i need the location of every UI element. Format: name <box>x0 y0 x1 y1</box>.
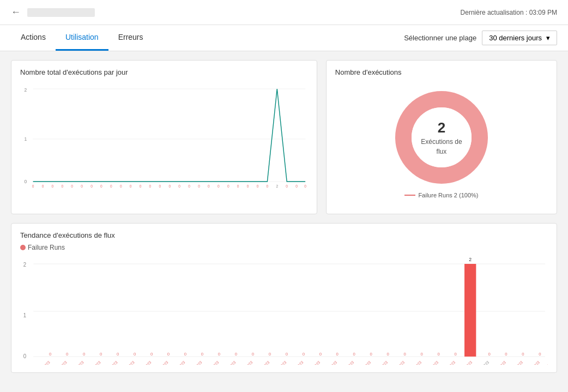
svg-text:0: 0 <box>71 184 73 188</box>
svg-text:0: 0 <box>23 353 27 359</box>
svg-text:0: 0 <box>198 184 200 188</box>
svg-text:11/28/2023: 11/28/2023 <box>440 360 456 365</box>
nav-bar: Actions Utilisation Erreurs Sélectionner… <box>0 25 568 51</box>
back-button[interactable]: ← <box>11 7 21 18</box>
svg-text:11/16/2023: 11/16/2023 <box>238 360 253 365</box>
top-row-charts: Nombre total d'exécutions par jour 2 1 0 <box>11 60 557 214</box>
svg-text:11/5/2023: 11/5/2023 <box>53 360 68 365</box>
svg-text:11/26/2023: 11/26/2023 <box>407 360 422 365</box>
svg-text:2: 2 <box>469 257 472 262</box>
svg-text:2: 2 <box>25 87 27 93</box>
svg-text:0: 0 <box>247 184 249 188</box>
svg-rect-99 <box>464 264 476 357</box>
svg-text:0: 0 <box>252 352 255 357</box>
bar-legend-label: Failure Runs <box>28 244 65 251</box>
last-update-label: Dernière actualisation : 03:09 PM <box>461 9 557 16</box>
svg-text:0: 0 <box>184 352 187 357</box>
svg-text:0: 0 <box>336 352 339 357</box>
svg-text:11/8/2023: 11/8/2023 <box>104 360 118 365</box>
range-select[interactable]: 30 derniers jours ▾ <box>482 31 557 45</box>
svg-text:11/12/2023: 11/12/2023 <box>170 360 186 365</box>
svg-text:0: 0 <box>227 184 229 188</box>
bar-chart-svg: 2 1 0 0 0 0 0 0 0 0 <box>20 256 548 365</box>
svg-text:0: 0 <box>522 352 524 357</box>
chevron-down-icon: ▾ <box>546 34 550 42</box>
svg-text:0: 0 <box>420 352 423 357</box>
svg-text:0: 0 <box>505 352 507 357</box>
svg-text:11/15/2023: 11/15/2023 <box>221 360 237 365</box>
svg-text:0: 0 <box>150 352 153 357</box>
bar-chart-card: Tendance d'exécutions de flux Failure Ru… <box>11 223 557 373</box>
bar-chart-area: 2 1 0 0 0 0 0 0 0 0 <box>20 256 548 365</box>
page-title <box>27 8 95 17</box>
main-content: Nombre total d'exécutions par jour 2 1 0 <box>0 51 568 382</box>
line-chart-card: Nombre total d'exécutions par jour 2 1 0 <box>11 60 317 214</box>
svg-text:0: 0 <box>25 179 27 184</box>
svg-text:0: 0 <box>117 352 119 357</box>
svg-text:11/10/2023: 11/10/2023 <box>136 360 152 365</box>
line-chart-svg: 2 1 0 0 0 0 <box>20 81 308 190</box>
svg-text:0: 0 <box>539 352 541 357</box>
svg-text:11/29/2023: 11/29/2023 <box>457 360 473 365</box>
svg-text:0: 0 <box>120 184 122 188</box>
svg-text:11/6/2023: 11/6/2023 <box>70 360 84 365</box>
svg-text:0: 0 <box>61 184 63 188</box>
line-chart-area: 2 1 0 0 0 0 <box>20 81 308 190</box>
svg-text:0: 0 <box>110 184 112 188</box>
tab-actions[interactable]: Actions <box>11 25 56 51</box>
nav-tabs: Actions Utilisation Erreurs <box>11 25 153 51</box>
svg-text:0: 0 <box>370 352 373 357</box>
svg-text:11/22/2023: 11/22/2023 <box>339 360 355 365</box>
svg-text:11/24/2023: 11/24/2023 <box>373 360 389 365</box>
failure-runs-dot-icon <box>20 245 26 250</box>
svg-text:11/7/2023: 11/7/2023 <box>87 360 101 365</box>
svg-text:11/9/2023: 11/9/2023 <box>121 360 135 365</box>
svg-text:0: 0 <box>178 184 180 188</box>
svg-text:0: 0 <box>295 184 298 188</box>
svg-text:0: 0 <box>353 352 356 357</box>
donut-legend-text: Failure Runs 2 (100%) <box>418 192 478 198</box>
svg-text:11/18/2023: 11/18/2023 <box>271 360 287 365</box>
svg-text:2: 2 <box>276 184 278 188</box>
svg-text:11/25/2023: 11/25/2023 <box>390 360 406 365</box>
donut-chart-card: Nombre d'exécutions 2 Exécutions de flux <box>326 60 557 214</box>
svg-text:0: 0 <box>437 352 440 357</box>
svg-text:11/19/2023: 11/19/2023 <box>288 360 304 365</box>
donut-number: 2 <box>417 119 466 136</box>
svg-text:0: 0 <box>149 184 152 188</box>
svg-text:12/3/2023: 12/3/2023 <box>526 360 540 365</box>
svg-text:11/14/2023: 11/14/2023 <box>204 360 220 365</box>
svg-text:0: 0 <box>488 352 491 357</box>
svg-text:11/27/2023: 11/27/2023 <box>424 360 439 365</box>
donut-legend: Failure Runs 2 (100%) <box>404 192 478 198</box>
svg-text:11/13/2023: 11/13/2023 <box>187 360 203 365</box>
svg-text:12/1/2023: 12/1/2023 <box>492 360 506 365</box>
svg-text:11/30/2023: 11/30/2023 <box>474 360 490 365</box>
svg-text:12/2/2023: 12/2/2023 <box>509 360 523 365</box>
line-chart-title: Nombre total d'exécutions par jour <box>20 68 308 76</box>
svg-text:0: 0 <box>286 352 288 357</box>
svg-text:0: 0 <box>286 184 288 188</box>
range-label: Sélectionner une plage <box>404 34 476 42</box>
tab-utilisation[interactable]: Utilisation <box>56 25 108 51</box>
svg-text:0: 0 <box>257 184 259 188</box>
svg-text:11/20/2023: 11/20/2023 <box>305 360 321 365</box>
svg-text:0: 0 <box>218 352 221 357</box>
donut-area: 2 Exécutions de flux Failure Runs 2 (100… <box>335 81 548 206</box>
svg-text:0: 0 <box>167 352 170 357</box>
svg-text:0: 0 <box>303 352 305 357</box>
range-value: 30 derniers jours <box>489 34 542 42</box>
svg-text:0: 0 <box>32 184 34 188</box>
svg-text:0: 0 <box>134 352 136 357</box>
tab-erreurs[interactable]: Erreurs <box>108 25 153 51</box>
svg-text:0: 0 <box>208 184 210 188</box>
svg-text:0: 0 <box>100 352 102 357</box>
svg-text:0: 0 <box>90 184 93 188</box>
nav-right: Sélectionner une plage 30 derniers jours… <box>404 31 557 45</box>
svg-text:11/21/2023: 11/21/2023 <box>322 360 338 365</box>
svg-text:0: 0 <box>237 184 239 188</box>
svg-text:11/23/2023: 11/23/2023 <box>356 360 372 365</box>
svg-text:0: 0 <box>81 184 83 188</box>
svg-text:2: 2 <box>23 262 26 268</box>
svg-text:0: 0 <box>42 184 44 188</box>
